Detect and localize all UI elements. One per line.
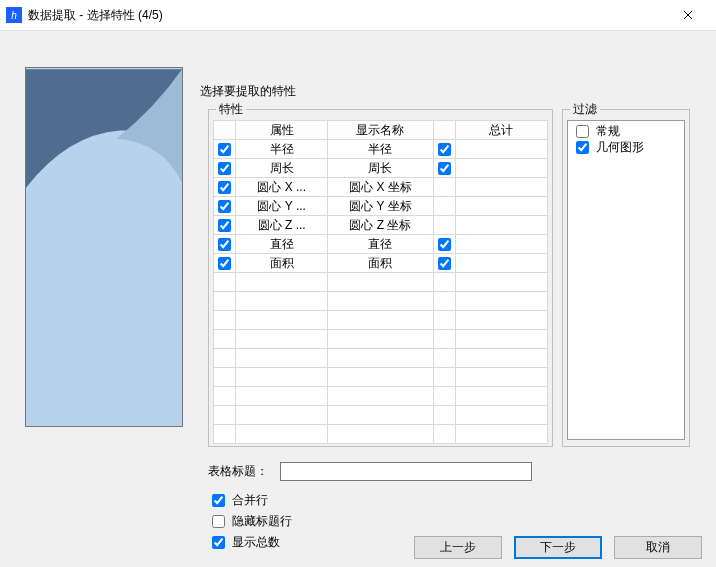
show-total-label: 显示总数	[232, 534, 280, 551]
row-total-checkbox[interactable]	[438, 143, 451, 156]
table-row[interactable]	[214, 292, 548, 311]
cell-attribute: 直径	[236, 235, 328, 254]
properties-grid[interactable]: 属性 显示名称 总计 半径半径周长周长圆心 X ...圆心 X 坐标圆心 Y .…	[213, 120, 548, 444]
grid-header-row: 属性 显示名称 总计	[214, 121, 548, 140]
cell-attribute: 周长	[236, 159, 328, 178]
table-row[interactable]	[214, 406, 548, 425]
col-displayname[interactable]: 显示名称	[328, 121, 433, 140]
show-total-option[interactable]: 显示总数	[208, 533, 292, 552]
filter-list[interactable]: 常规几何图形	[567, 120, 685, 440]
caption-row: 表格标题：	[208, 462, 532, 481]
row-total-checkbox[interactable]	[438, 257, 451, 270]
table-row[interactable]	[214, 330, 548, 349]
col-attribute[interactable]: 属性	[236, 121, 328, 140]
filter-checkbox[interactable]	[576, 141, 589, 154]
row-include-checkbox[interactable]	[218, 200, 231, 213]
table-row[interactable]	[214, 273, 548, 292]
close-icon	[683, 10, 693, 20]
show-total-checkbox[interactable]	[212, 536, 225, 549]
cell-displayname[interactable]: 周长	[328, 159, 433, 178]
cell-displayname[interactable]: 半径	[328, 140, 433, 159]
cell-attribute: 圆心 Z ...	[236, 216, 328, 235]
filter-label: 常规	[596, 123, 620, 140]
caption-input[interactable]	[280, 462, 532, 481]
row-include-checkbox[interactable]	[218, 238, 231, 251]
dialog-body: 选择要提取的特性 特性 属性 显示名称 总计 半径半径周长周长圆心 X ...圆…	[0, 30, 716, 567]
col-total[interactable]: 总计	[455, 121, 547, 140]
cell-displayname[interactable]: 圆心 Z 坐标	[328, 216, 433, 235]
window-title: 数据提取 - 选择特性 (4/5)	[28, 7, 668, 24]
row-include-checkbox[interactable]	[218, 219, 231, 232]
cancel-button[interactable]: 取消	[614, 536, 702, 559]
table-row[interactable]: 直径直径	[214, 235, 548, 254]
cell-attribute: 圆心 X ...	[236, 178, 328, 197]
table-row[interactable]	[214, 368, 548, 387]
table-row[interactable]: 半径半径	[214, 140, 548, 159]
merge-rows-label: 合并行	[232, 492, 268, 509]
table-row[interactable]: 面积面积	[214, 254, 548, 273]
row-include-checkbox[interactable]	[218, 162, 231, 175]
merge-rows-checkbox[interactable]	[212, 494, 225, 507]
row-include-checkbox[interactable]	[218, 181, 231, 194]
row-include-checkbox[interactable]	[218, 257, 231, 270]
filter-item[interactable]: 几何图形	[572, 139, 680, 155]
row-include-checkbox[interactable]	[218, 143, 231, 156]
properties-legend: 特性	[216, 101, 246, 118]
filter-label: 几何图形	[596, 139, 644, 156]
cell-attribute: 圆心 Y ...	[236, 197, 328, 216]
titlebar: h 数据提取 - 选择特性 (4/5)	[0, 0, 716, 30]
button-row: 上一步 下一步 取消	[414, 536, 702, 559]
next-button[interactable]: 下一步	[514, 536, 602, 559]
cell-displayname[interactable]: 面积	[328, 254, 433, 273]
close-button[interactable]	[668, 1, 708, 29]
table-row[interactable]	[214, 387, 548, 406]
cell-attribute: 半径	[236, 140, 328, 159]
table-row[interactable]: 圆心 Z ...圆心 Z 坐标	[214, 216, 548, 235]
table-row[interactable]	[214, 349, 548, 368]
caption-label: 表格标题：	[208, 463, 268, 480]
row-total-checkbox[interactable]	[438, 238, 451, 251]
wizard-preview	[25, 67, 183, 427]
table-row[interactable]: 圆心 Y ...圆心 Y 坐标	[214, 197, 548, 216]
hide-header-label: 隐藏标题行	[232, 513, 292, 530]
page-curl-icon	[26, 68, 182, 426]
filter-item[interactable]: 常规	[572, 123, 680, 139]
table-row[interactable]: 周长周长	[214, 159, 548, 178]
hide-header-option[interactable]: 隐藏标题行	[208, 512, 292, 531]
hide-header-checkbox[interactable]	[212, 515, 225, 528]
table-row[interactable]	[214, 425, 548, 444]
cell-attribute: 面积	[236, 254, 328, 273]
table-row[interactable]	[214, 311, 548, 330]
cell-displayname[interactable]: 圆心 Y 坐标	[328, 197, 433, 216]
app-icon: h	[6, 7, 22, 23]
cell-displayname[interactable]: 直径	[328, 235, 433, 254]
options-group: 合并行 隐藏标题行 显示总数	[208, 491, 292, 552]
back-button[interactable]: 上一步	[414, 536, 502, 559]
filter-checkbox[interactable]	[576, 125, 589, 138]
row-total-checkbox[interactable]	[438, 162, 451, 175]
page-heading: 选择要提取的特性	[200, 83, 296, 100]
cell-displayname[interactable]: 圆心 X 坐标	[328, 178, 433, 197]
filter-legend: 过滤	[570, 101, 600, 118]
table-row[interactable]: 圆心 X ...圆心 X 坐标	[214, 178, 548, 197]
merge-rows-option[interactable]: 合并行	[208, 491, 292, 510]
filter-group: 过滤 常规几何图形	[562, 109, 690, 447]
properties-group: 特性 属性 显示名称 总计 半径半径周长周长圆心 X ...圆心 X 坐标圆心 …	[208, 109, 553, 447]
